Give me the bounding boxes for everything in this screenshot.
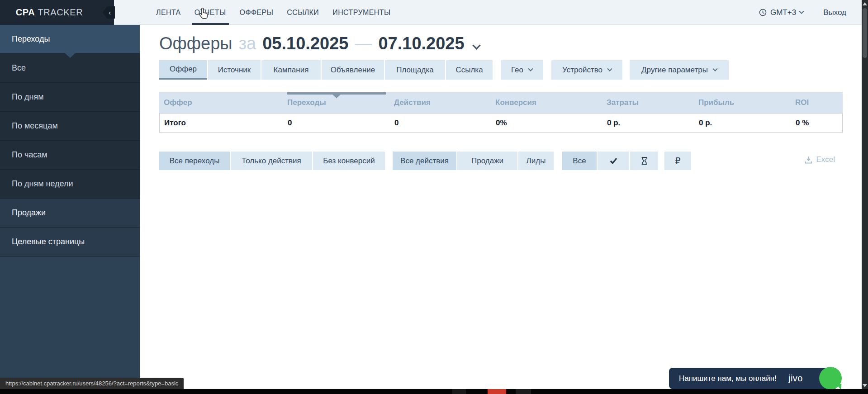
dropdown-label: Гео [511,66,523,75]
dim-tab-ssylka[interactable]: Ссылка [446,60,493,80]
clock-icon [759,9,767,16]
page-title: Офферы [159,34,232,53]
filter-vse-status[interactable]: Все [562,152,597,170]
dropdown-ustroystvo[interactable]: Устройство [551,60,622,80]
sidebar: Переходы Все По дням По месяцам По часам… [0,25,140,389]
th-pribyl[interactable]: Прибыль [698,92,734,113]
check-icon [610,157,617,164]
chevron-down-icon [528,66,533,71]
filter-vse-deystviya[interactable]: Все действия [393,152,456,170]
filter-prodazhi[interactable]: Продажи [457,152,517,170]
scrollbar-thumb[interactable] [863,8,867,58]
dropdown-label: Другие параметры [641,66,708,75]
dim-tab-offer[interactable]: Оффер [159,60,207,80]
dim-tab-kampaniya[interactable]: Кампания [261,60,321,80]
th-deystviya[interactable]: Действия [394,92,431,113]
td-roi: 0 % [796,114,809,132]
dropdown-label: Устройство [562,66,602,75]
export-label: Excel [816,155,835,164]
date-range-chevron-icon[interactable] [472,41,480,49]
chevron-down-icon [712,66,717,71]
sidebar-item-po-chasam[interactable]: По часам [0,141,140,170]
taskbar-item [516,389,531,394]
sidebar-item-po-mesyacam[interactable]: По месяцам [0,112,140,141]
logo-bold: CPA [16,7,35,17]
chat-widget[interactable]: Напишите нам, мы онлайн! jivo [669,368,837,389]
sidebar-item-po-dnyam[interactable]: По дням [0,83,140,112]
th-roi[interactable]: ROI [795,92,809,113]
td-konversiya: 0% [496,114,507,132]
dim-tab-obyavlenie[interactable]: Объявление [322,60,384,80]
td-deystviya: 0 [394,114,398,132]
app-window: CPA TRACKER ‹ ЛЕНТА ОТЧЕТЫ ОФФЕРЫ ССЫЛКИ… [0,0,868,394]
report-table: Оффер Переходы Действия Конверсия Затрат… [159,92,843,133]
report-content: Офферы за 05.10.2025 — 07.10.2025 Оффер … [140,25,862,389]
filter-tolko-deystviya[interactable]: Только действия [231,152,312,170]
logout-link[interactable]: Выход [823,8,846,17]
dimension-tabs: Оффер Источник Кампания Объявление Площа… [159,60,730,80]
filter-currency-button[interactable]: ₽ [664,152,691,170]
chevron-down-icon [607,66,612,71]
nav-tab-ssylki[interactable]: ССЫЛКИ [287,0,319,25]
taskbar-alert-item [488,389,506,394]
dim-tab-istochnik[interactable]: Источник [208,60,261,80]
nav-tab-lenta[interactable]: ЛЕНТА [156,0,181,25]
download-icon [805,156,812,164]
td-total-label: Итого [164,114,186,132]
table-total-row: Итого 0 0 0% 0 р. 0 р. 0 % [159,113,843,133]
filter-lidy[interactable]: Лиды [518,152,554,170]
timezone-selector[interactable]: GMT+3 [759,8,803,17]
filter-hourglass-button[interactable] [630,152,658,170]
td-perehody: 0 [288,114,292,132]
nav-tab-instrumenty[interactable]: ИНСТРУМЕНТЫ [332,0,390,25]
date-to[interactable]: 07.10.2025 [378,34,464,53]
chevron-down-icon [799,9,804,14]
jivo-logo: jivo [788,368,803,389]
logo: CPA TRACKER ‹ [0,0,114,25]
th-offer[interactable]: Оффер [164,92,192,113]
filter-check-button[interactable] [598,152,629,170]
report-title-row: Офферы за 05.10.2025 — 07.10.2025 [159,34,479,53]
nav-tab-offery[interactable]: ОФФЕРЫ [240,0,274,25]
th-konversiya[interactable]: Конверсия [495,92,536,113]
logo-text: CPA TRACKER [16,7,99,18]
nav-tab-otchety[interactable]: ОТЧЕТЫ [194,0,226,25]
page-scrollbar[interactable] [862,0,868,394]
logo-rest: TRACKER [38,7,83,17]
sidebar-item-celevye-stranicy[interactable]: Целевые страницы [0,228,140,256]
top-nav: ЛЕНТА ОТЧЕТЫ ОФФЕРЫ ССЫЛКИ ИНСТРУМЕНТЫ [156,0,390,25]
scroll-up-arrow-icon[interactable] [863,2,867,5]
filter-row: Все переходы Только действия Без конверс… [159,152,692,170]
th-perehody[interactable]: Переходы [287,92,326,113]
sidebar-item-po-dnyam-nedeli[interactable]: По дням недели [0,170,140,199]
filter-vse-perehody[interactable]: Все переходы [159,152,230,170]
timezone-label: GMT+3 [770,8,796,17]
dropdown-geo[interactable]: Гео [501,60,543,80]
chevron-left-icon: ‹ [109,9,111,16]
chat-bubble-icon[interactable] [819,367,842,389]
export-excel-link[interactable]: Excel [805,155,835,164]
ruble-icon: ₽ [675,156,680,166]
dim-tab-ploshchadka[interactable]: Площадка [385,60,445,80]
sidebar-item-vse[interactable]: Все [0,54,140,83]
sidebar-item-prodazhi[interactable]: Продажи [0,199,140,228]
chat-message: Напишите нам, мы онлайн! [679,368,777,389]
sidebar-item-perehody[interactable]: Переходы [0,25,140,54]
header-right: GMT+3 Выход [759,0,846,25]
sidebar-collapse-button[interactable]: ‹ [103,6,115,19]
title-preposition: за [239,34,256,53]
taskbar-item [452,389,466,394]
th-zatraty[interactable]: Затраты [607,92,639,113]
status-url-tooltip: https://cabinet.cpatracker.ru/users/4825… [0,378,184,389]
filter-bez-konversiy[interactable]: Без конверсий [313,152,385,170]
date-dash: — [355,34,372,53]
table-header-row: Оффер Переходы Действия Конверсия Затрат… [159,92,843,113]
dropdown-drugie-parametry[interactable]: Другие параметры [630,60,729,80]
td-pribyl: 0 р. [699,114,712,132]
date-from[interactable]: 05.10.2025 [262,34,348,53]
hourglass-icon [641,157,648,165]
top-header: CPA TRACKER ‹ ЛЕНТА ОТЧЕТЫ ОФФЕРЫ ССЫЛКИ… [0,0,862,25]
taskbar [0,389,868,394]
td-zatraty: 0 р. [607,114,620,132]
scroll-down-arrow-icon[interactable] [863,384,867,387]
